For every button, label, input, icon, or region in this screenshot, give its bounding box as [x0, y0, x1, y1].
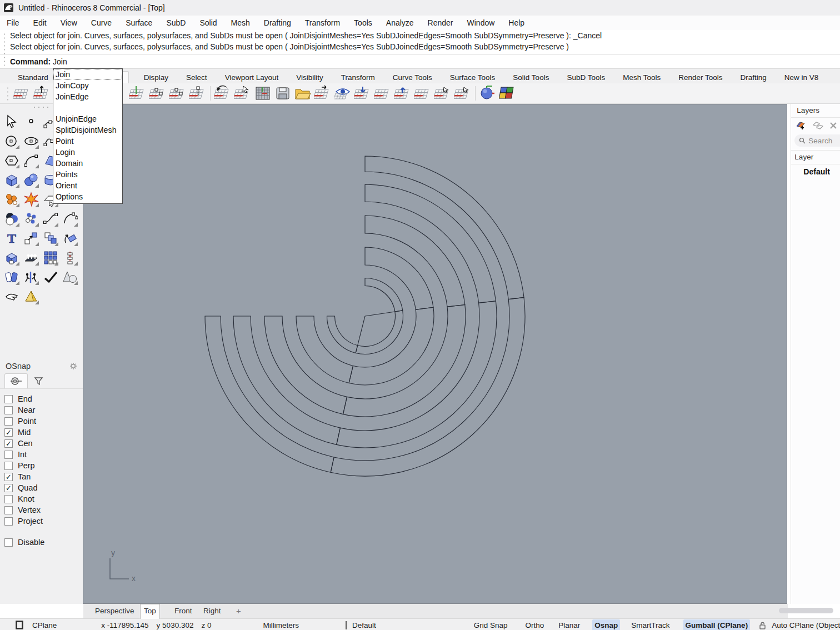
osnap-option-mid[interactable]: ✓Mid	[4, 427, 83, 438]
named-cplanes-icon[interactable]	[253, 84, 273, 102]
checkbox-perp[interactable]	[4, 462, 13, 470]
rotate-view-icon[interactable]	[413, 84, 433, 102]
checkbox-quad[interactable]: ✓	[4, 484, 13, 492]
command-input[interactable]: Command: Join	[0, 55, 840, 68]
menu-item-render[interactable]: Render	[428, 18, 453, 27]
toolbar-grip[interactable]	[7, 86, 9, 101]
display-mode-eye-icon[interactable]	[333, 84, 353, 102]
toolbar-tab-select[interactable]: Select	[185, 72, 208, 83]
tool-record-history[interactable]	[21, 267, 41, 287]
checkbox-disable[interactable]	[4, 538, 13, 547]
tool-continue-arc[interactable]	[60, 209, 79, 228]
menu-item-surface[interactable]: Surface	[126, 18, 152, 27]
tool-sphere[interactable]	[21, 170, 41, 189]
osnap-option-near[interactable]: Near	[4, 404, 83, 416]
osnap-option-perp[interactable]: Perp	[4, 460, 83, 471]
set-view-down-icon[interactable]	[353, 84, 373, 102]
cplane-to-view-icon[interactable]	[188, 84, 208, 102]
tool-move[interactable]	[21, 228, 41, 248]
osnap-tab-filter[interactable]	[28, 374, 50, 388]
viewport-top[interactable]: yx	[83, 104, 787, 604]
menu-item-subd[interactable]: SubD	[166, 18, 186, 27]
tool-rotate[interactable]	[60, 228, 79, 248]
save-viewport-icon[interactable]	[273, 84, 293, 102]
autocomplete-item-splitdisjointmesh[interactable]: SplitDisjointMesh	[53, 124, 122, 136]
toolbar-tab-subd-tools[interactable]: SubD Tools	[566, 72, 606, 83]
osnap-option-disable[interactable]: Disable	[4, 537, 83, 548]
statusbar-cplane-menu[interactable]: CPlane	[30, 619, 59, 630]
autocomplete-item-join[interactable]: Join	[53, 69, 122, 80]
gear-icon[interactable]	[69, 362, 77, 370]
statusbar-toggle-planar[interactable]: Planar	[556, 619, 582, 630]
osnap-option-vertex[interactable]: Vertex	[4, 504, 83, 516]
toolbar-tab-standard[interactable]: Standard	[17, 72, 49, 83]
statusbar-toggle-gumballcplane[interactable]: Gumball (CPlane)	[683, 619, 751, 630]
tool-polygon[interactable]	[2, 151, 21, 170]
tool-pan-hand[interactable]	[2, 287, 21, 306]
autocomplete-item-orient[interactable]: Orient	[53, 180, 122, 191]
osnap-option-cen[interactable]: ✓Cen	[4, 438, 83, 449]
viewport-tab-front[interactable]: Front	[171, 604, 196, 618]
lock-icon[interactable]	[759, 621, 766, 629]
current-layer-color-swatch[interactable]	[346, 621, 347, 629]
checkbox-end[interactable]	[4, 395, 13, 403]
statusbar-current-layer[interactable]: Default	[350, 619, 378, 630]
pan-view-grid-icon[interactable]	[433, 84, 453, 102]
toolbar-tab-surface-tools[interactable]: Surface Tools	[449, 72, 497, 83]
autocomplete-item-options[interactable]: Options	[53, 191, 122, 202]
tool-explode[interactable]	[21, 189, 41, 209]
checkbox-knot[interactable]	[4, 495, 13, 503]
tool-blend-curve[interactable]	[41, 209, 60, 228]
toolbar-tab-display[interactable]: Display	[143, 72, 169, 83]
toolbar-tab-viewport-layout[interactable]: Viewport Layout	[224, 72, 280, 83]
rotate-view-right-icon[interactable]	[453, 84, 473, 102]
tool-pyramid[interactable]	[21, 287, 41, 306]
tool-extrude[interactable]	[21, 248, 41, 267]
tool-boolean-union[interactable]	[2, 248, 21, 267]
toolbar-tab-transform[interactable]: Transform	[340, 72, 376, 83]
osnap-option-quad[interactable]: ✓Quad	[4, 482, 83, 493]
menu-item-analyze[interactable]: Analyze	[386, 18, 414, 27]
tool-text-object[interactable]: T	[2, 228, 21, 248]
cplane-origin-icon[interactable]	[128, 84, 148, 102]
tool-fillet-surface[interactable]	[2, 267, 21, 287]
menu-item-help[interactable]: Help	[508, 18, 524, 27]
cplane-to-object-icon[interactable]	[168, 84, 188, 102]
set-view-up-icon[interactable]	[393, 84, 413, 102]
sublayer-icon[interactable]	[812, 121, 824, 131]
add-viewport-tab-icon[interactable]: +	[236, 606, 241, 616]
menu-item-solid[interactable]: Solid	[199, 18, 217, 27]
osnap-option-knot[interactable]: Knot	[4, 493, 83, 504]
tool-ellipse[interactable]	[21, 131, 41, 151]
delete-layer-icon[interactable]	[829, 121, 838, 130]
viewport-layout-colored-icon[interactable]	[498, 84, 518, 102]
viewport-tab-perspective[interactable]: Perspective	[92, 604, 138, 618]
tool-plugin-manager[interactable]	[2, 189, 21, 209]
cplane-world-icon[interactable]	[373, 84, 393, 102]
cplane-3point-icon[interactable]	[148, 84, 168, 102]
statusbar-toggle-gridsnap[interactable]: Grid Snap	[472, 619, 510, 630]
osnap-tab-snaps[interactable]	[4, 373, 28, 388]
tool-point-check[interactable]	[41, 267, 60, 287]
layers-search-input[interactable]: Search	[794, 134, 840, 147]
viewport-tab-right[interactable]: Right	[200, 604, 224, 618]
statusbar-toggle-ortho[interactable]: Ortho	[523, 619, 547, 630]
palette-grip[interactable]	[32, 106, 49, 108]
menu-item-window[interactable]: Window	[467, 18, 495, 27]
shaded-viewport-icon[interactable]	[478, 84, 498, 102]
menu-item-transform[interactable]: Transform	[305, 18, 340, 27]
statusbar-toggle-osnap[interactable]: Osnap	[592, 619, 620, 630]
statusbar-auto-cplane[interactable]: Auto CPlane (Object)	[769, 619, 840, 630]
menu-item-tools[interactable]: Tools	[354, 18, 372, 27]
tool-circle[interactable]	[2, 131, 21, 151]
autocomplete-item-domain[interactable]: Domain	[53, 158, 122, 169]
tool-rectangular-array[interactable]	[41, 248, 60, 267]
osnap-option-end[interactable]: End	[4, 393, 83, 404]
autocomplete-item-joincopy[interactable]: JoinCopy	[53, 80, 122, 91]
osnap-option-project[interactable]: Project	[4, 516, 83, 527]
horizontal-scrollbar-thumb[interactable]	[779, 608, 833, 613]
tool-point-cloud[interactable]	[21, 209, 41, 228]
autocomplete-item-points[interactable]: Points	[53, 169, 122, 180]
menu-item-drafting[interactable]: Drafting	[264, 18, 291, 27]
checkbox-int[interactable]	[4, 451, 13, 459]
